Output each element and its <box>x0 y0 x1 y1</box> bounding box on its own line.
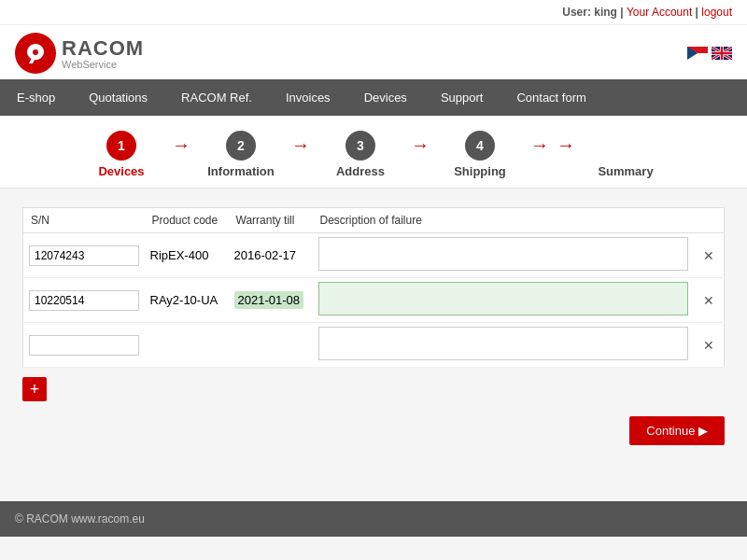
col-header-delete <box>694 208 725 233</box>
step-label-devices: Devices <box>98 164 144 178</box>
flags <box>687 47 732 60</box>
description-cell-2 <box>313 278 695 323</box>
step-circle-4: 4 <box>465 131 495 161</box>
button-row: Continue ▶ <box>22 401 725 445</box>
nav-racom-ref[interactable]: RACOM Ref. <box>164 79 269 116</box>
description-cell-1 <box>313 233 695 278</box>
sn-input-3[interactable] <box>29 335 139 356</box>
product-code-value-1: RipEX-400 <box>150 248 209 262</box>
description-input-3[interactable] <box>318 327 689 360</box>
arrow-3-icon: → <box>411 134 430 175</box>
continue-button[interactable]: Continue ▶ <box>629 416 725 445</box>
logo-icon <box>15 33 56 74</box>
product-code-cell-1: RipEX-400 <box>145 233 229 278</box>
step-summary: Summary <box>579 131 672 178</box>
nav-support[interactable]: Support <box>424 79 500 116</box>
add-row-button[interactable]: + <box>22 377 47 401</box>
step-address: 3 Address <box>314 131 407 178</box>
step-circle-2: 2 <box>226 131 256 161</box>
sn-input-1[interactable] <box>29 245 139 266</box>
step-label-address: Address <box>336 164 385 178</box>
sn-input-2[interactable] <box>29 290 139 311</box>
czech-flag-icon[interactable] <box>687 47 708 60</box>
arrow-5-icon: → <box>557 134 575 175</box>
step-label-information: Information <box>207 164 275 178</box>
username: king <box>594 6 617 19</box>
step-label-shipping: Shipping <box>454 164 506 178</box>
brand-sub: WebService <box>62 59 144 70</box>
sn-cell-3 <box>23 323 145 368</box>
step-label-summary: Summary <box>598 164 653 178</box>
delete-cell-1: ✕ <box>694 233 725 278</box>
table-row: RipEX-400 2016-02-17 ✕ <box>23 233 725 278</box>
sn-cell-1 <box>23 233 145 278</box>
product-code-value-2: RAy2-10-UA <box>150 293 218 307</box>
col-header-warranty-till: Warranty till <box>229 208 313 233</box>
steps-bar: 1 Devices → 2 Information → 3 Address → … <box>0 116 747 189</box>
logout-link[interactable]: logout <box>701 6 732 19</box>
step-information: 2 Information <box>194 131 288 178</box>
main-nav: E-shop Quotations RACOM Ref. Invoices De… <box>0 79 747 116</box>
arrow-4-icon: → <box>530 134 549 175</box>
arrow-1-icon: → <box>172 134 190 175</box>
nav-invoices[interactable]: Invoices <box>269 79 347 116</box>
table-row: ✕ <box>23 323 725 368</box>
separator1: | <box>620 6 627 19</box>
svg-point-0 <box>33 49 38 55</box>
nav-devices[interactable]: Devices <box>347 79 424 116</box>
step-circle-1: 1 <box>106 131 136 161</box>
product-code-cell-2: RAy2-10-UA <box>145 278 229 323</box>
user-label: User: <box>562 6 591 19</box>
your-account-link[interactable]: Your Account <box>627 6 692 19</box>
delete-button-1[interactable]: ✕ <box>699 246 718 265</box>
footer: © RACOM www.racom.eu <box>0 501 747 537</box>
sn-cell-2 <box>23 278 145 323</box>
col-header-product-code: Product code <box>145 208 229 233</box>
delete-button-2[interactable]: ✕ <box>699 291 718 310</box>
user-info: User: king | Your Account | logout <box>562 6 732 19</box>
top-bar: User: king | Your Account | logout <box>0 0 747 25</box>
brand-name: RACOM <box>62 36 144 61</box>
col-header-description: Description of failure <box>313 208 695 233</box>
footer-text: © RACOM www.racom.eu <box>15 512 145 525</box>
col-header-sn: S/N <box>23 208 145 233</box>
table-row: RAy2-10-UA 2021-01-08 ✕ <box>23 278 725 323</box>
delete-cell-3: ✕ <box>694 323 725 368</box>
arrow-2-icon: → <box>291 134 310 175</box>
nav-contact-form[interactable]: Contact form <box>500 79 602 116</box>
main-content: S/N Product code Warranty till Descripti… <box>0 189 747 464</box>
step-circle-3: 3 <box>345 131 375 161</box>
logo-area: RACOM WebService <box>0 25 747 79</box>
logo-container: RACOM WebService <box>15 33 144 74</box>
warranty-till-cell-1: 2016-02-17 <box>229 233 313 278</box>
nav-quotations[interactable]: Quotations <box>72 79 164 116</box>
warranty-till-value-1: 2016-02-17 <box>234 248 297 262</box>
step-devices: 1 Devices <box>75 131 168 178</box>
delete-cell-2: ✕ <box>694 278 725 323</box>
product-code-cell-3 <box>145 323 229 368</box>
delete-button-3[interactable]: ✕ <box>699 336 718 355</box>
uk-flag-icon[interactable] <box>712 47 732 60</box>
warranty-till-cell-3 <box>229 323 313 368</box>
devices-table: S/N Product code Warranty till Descripti… <box>22 207 725 368</box>
description-input-2[interactable] <box>318 282 689 315</box>
logo-text: RACOM WebService <box>62 36 144 70</box>
step-shipping: 4 Shipping <box>433 131 527 178</box>
nav-eshop[interactable]: E-shop <box>0 79 72 116</box>
description-input-1[interactable] <box>318 237 689 271</box>
warranty-till-cell-2: 2021-01-08 <box>229 278 313 323</box>
warranty-till-value-2: 2021-01-08 <box>234 291 304 309</box>
description-cell-3 <box>313 323 695 368</box>
